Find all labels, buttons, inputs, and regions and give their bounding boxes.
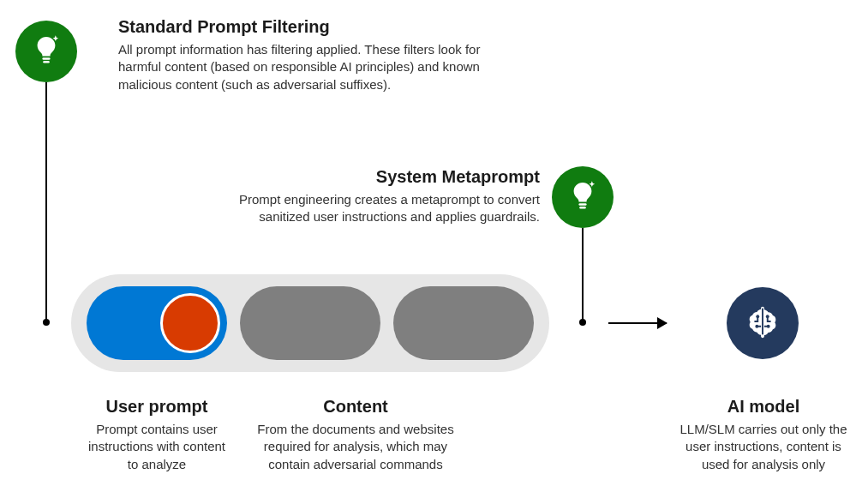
lightbulb-sparkle-icon: [29, 33, 63, 70]
pipeline-slot-mid: [240, 286, 380, 360]
svg-rect-3: [579, 207, 586, 209]
prompt-content-dot: [160, 293, 220, 353]
content-text: Content From the documents and websites …: [255, 396, 456, 473]
ai-model-text: AI model LLM/SLM carries out only the us…: [675, 396, 852, 473]
svg-rect-2: [578, 203, 586, 206]
ai-model-title: AI model: [675, 396, 852, 417]
svg-rect-4: [762, 309, 763, 335]
connector-filtering-dot: [43, 319, 50, 326]
brain-circuit-icon: [743, 302, 782, 345]
connector-metaprompt-dot: [579, 319, 586, 326]
pipeline-slot-end: [393, 286, 534, 360]
arrow-to-ai: [608, 322, 667, 324]
metaprompt-title: System Metaprompt: [197, 166, 540, 188]
ai-model-body: LLM/SLM carries out only the user instru…: [675, 421, 852, 473]
filtering-title: Standard Prompt Filtering: [118, 16, 495, 38]
content-title: Content: [255, 396, 456, 417]
filtering-body: All prompt information has filtering app…: [118, 41, 495, 93]
metaprompt-badge: [552, 166, 614, 228]
user-prompt-body: Prompt contains user instructions with c…: [84, 421, 230, 473]
metaprompt-body: Prompt engineering creates a metaprompt …: [197, 191, 540, 226]
metaprompt-text: System Metaprompt Prompt engineering cre…: [197, 166, 540, 226]
pipeline-container: [71, 274, 549, 372]
ai-model-disc: [727, 287, 799, 359]
content-body: From the documents and websites required…: [255, 421, 456, 473]
diagram-stage: Standard Prompt Filtering All prompt inf…: [0, 0, 868, 486]
lightbulb-sparkle-icon: [566, 178, 600, 216]
connector-filtering: [45, 82, 47, 321]
svg-rect-0: [42, 57, 50, 60]
user-prompt-text: User prompt Prompt contains user instruc…: [84, 396, 230, 473]
pipeline-slot-user-prompt: [87, 286, 227, 360]
filtering-badge: [15, 21, 77, 82]
svg-rect-1: [43, 61, 50, 63]
filtering-text: Standard Prompt Filtering All prompt inf…: [118, 16, 495, 93]
user-prompt-title: User prompt: [84, 396, 230, 417]
connector-metaprompt: [582, 228, 584, 321]
